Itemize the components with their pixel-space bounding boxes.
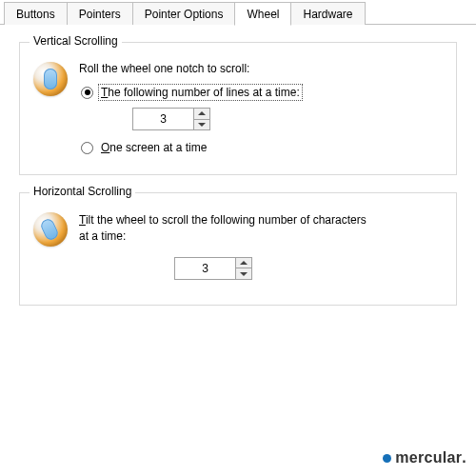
- chars-spinner-row: 3: [174, 257, 443, 280]
- tilt-wheel-icon: [33, 212, 68, 247]
- horizontal-instruction: Tilt the wheel to scroll the following n…: [79, 212, 374, 246]
- tab-pointer-options[interactable]: Pointer Options: [132, 2, 236, 25]
- group-legend-horizontal: Horizontal Scrolling: [30, 185, 135, 198]
- tab-strip: Buttons Pointers Pointer Options Wheel H…: [0, 0, 476, 25]
- tab-pointers[interactable]: Pointers: [67, 2, 133, 25]
- group-horizontal-scrolling: Horizontal Scrolling Tilt the wheel to s…: [19, 192, 457, 306]
- chevron-down-icon: [198, 123, 206, 127]
- group-legend-vertical: Vertical Scrolling: [30, 34, 122, 48]
- chars-spinner[interactable]: 3: [174, 257, 252, 280]
- wheel-icon: [33, 62, 68, 96]
- chevron-up-icon: [240, 261, 248, 265]
- watermark-dot-icon: [383, 454, 391, 463]
- chevron-up-icon: [198, 111, 206, 115]
- chars-increase-button[interactable]: [235, 257, 252, 268]
- vertical-instruction: Roll the wheel one notch to scroll:: [79, 62, 443, 75]
- chars-decrease-button[interactable]: [235, 268, 252, 280]
- radio-screen-row[interactable]: One screen at a time: [81, 140, 443, 155]
- lines-increase-button[interactable]: [193, 108, 210, 119]
- lines-decrease-button[interactable]: [193, 119, 210, 131]
- tab-hardware[interactable]: Hardware: [290, 2, 365, 25]
- radio-lines-label: The following number of lines at a time:: [99, 85, 302, 100]
- tab-wheel[interactable]: Wheel: [234, 2, 291, 26]
- tab-buttons[interactable]: Buttons: [4, 2, 68, 25]
- radio-lines-row[interactable]: The following number of lines at a time:: [81, 85, 443, 100]
- lines-spinner-row: 3: [132, 108, 443, 130]
- wheel-pane: Vertical Scrolling Roll the wheel one no…: [0, 25, 476, 330]
- radio-screen-label: One screen at a time: [99, 140, 208, 155]
- chevron-down-icon: [240, 272, 248, 276]
- watermark: mercular.: [383, 449, 466, 466]
- lines-spinner[interactable]: 3: [132, 108, 210, 130]
- group-vertical-scrolling: Vertical Scrolling Roll the wheel one no…: [19, 42, 457, 175]
- chars-value[interactable]: 3: [174, 257, 235, 280]
- radio-lines[interactable]: [81, 87, 93, 99]
- lines-value[interactable]: 3: [132, 108, 193, 130]
- radio-screen[interactable]: [81, 142, 93, 154]
- mouse-properties-window: { "tabs": { "buttons": "Buttons", "point…: [0, 0, 476, 476]
